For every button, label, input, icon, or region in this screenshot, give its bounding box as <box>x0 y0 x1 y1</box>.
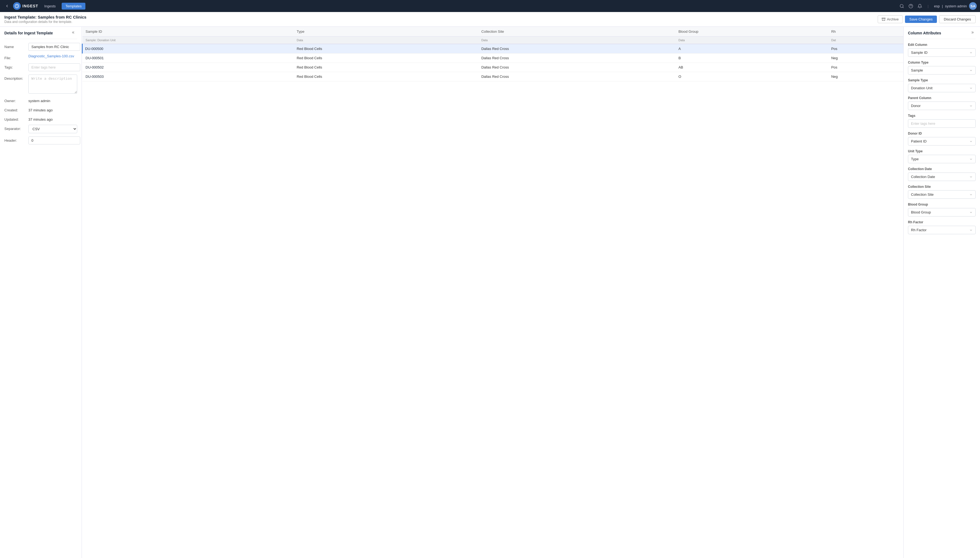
nav-ingests-button[interactable]: Ingests <box>40 3 59 10</box>
attr-label-collection-site: Collection Site <box>908 185 976 189</box>
file-label: File: <box>4 54 26 60</box>
right-panel: Column Attributes Edit ColumnSample IDCo… <box>904 27 980 558</box>
attr-select-collection-date[interactable]: Collection Date <box>908 172 976 181</box>
attr-section-donor-id: Donor IDPatient ID <box>908 131 976 146</box>
col-header-collection-site[interactable]: Collection Site <box>478 27 675 36</box>
attr-select-edit-column[interactable]: Sample ID <box>908 48 976 57</box>
attr-section-tags: Tags <box>908 114 976 128</box>
attr-select-unit-type[interactable]: Type <box>908 155 976 163</box>
cell-type: Red Blood Cells <box>293 63 478 72</box>
help-icon[interactable] <box>908 4 913 8</box>
attr-input-tags[interactable] <box>908 119 976 128</box>
attr-section-parent-column: Parent ColumnDonor <box>908 96 976 110</box>
tags-input[interactable] <box>28 63 80 71</box>
right-panel-title: Column Attributes <box>908 31 941 35</box>
cell-type: Red Blood Cells <box>293 54 478 63</box>
name-field-row: Name <box>4 43 77 51</box>
header-label: Header: <box>4 136 26 143</box>
col-header-blood-group[interactable]: Blood Group <box>675 27 828 36</box>
attr-select-sample-type[interactable]: Donation Unit <box>908 84 976 92</box>
app-title: INGEST <box>22 4 38 8</box>
left-panel-title: Details for Ingest Template <box>4 31 53 35</box>
table-row[interactable]: DU-000500 Red Blood Cells Dallas Red Cro… <box>82 44 904 54</box>
created-label: Created: <box>4 106 26 112</box>
separator-field-row: Separator: CSV TSV Pipe <box>4 125 77 133</box>
file-link[interactable]: Diagnostic_Samples-100.csv <box>28 54 74 58</box>
attr-select-blood-group[interactable]: Blood Group <box>908 208 976 217</box>
nav-icons: | esp | system admin SA <box>900 2 977 10</box>
search-icon[interactable] <box>900 4 904 8</box>
app-logo: INGEST <box>13 2 38 10</box>
save-changes-button[interactable]: Save Changes <box>905 16 937 23</box>
cell-type: Red Blood Cells <box>293 72 478 81</box>
table-row[interactable]: DU-000503 Red Blood Cells Dallas Red Cro… <box>82 72 904 81</box>
attr-section-collection-date: Collection DateCollection Date <box>908 167 976 181</box>
owner-field-row: Owner: system admin <box>4 97 77 103</box>
cell-blood-group: AB <box>675 63 828 72</box>
attr-select-rh-factor[interactable]: Rh Factor <box>908 226 976 234</box>
svg-point-1 <box>900 4 903 7</box>
cell-rh: Pos <box>828 44 903 54</box>
page-title: Ingest Template: Samples from RC Clinics <box>4 15 87 20</box>
user-name: system admin <box>945 4 967 8</box>
logo-icon <box>13 2 21 10</box>
updated-field-row: Updated: 37 minutes ago <box>4 115 77 121</box>
attr-select-parent-column[interactable]: Donor <box>908 102 976 110</box>
nav-divider: | <box>928 4 928 8</box>
col-sub-type: Data <box>293 36 478 44</box>
nav-templates-button[interactable]: Templates <box>62 3 85 10</box>
main-layout: Details for Ingest Template Name File: D… <box>0 27 980 558</box>
created-value: 37 minutes ago <box>28 106 77 112</box>
cell-sample-id: DU-000500 <box>82 44 294 54</box>
archive-button[interactable]: Archive <box>878 15 903 23</box>
separator-label: Separator: <box>4 125 26 131</box>
name-input[interactable] <box>28 43 80 51</box>
attr-label-column-type: Column Type <box>908 61 976 64</box>
attr-section-blood-group: Blood GroupBlood Group <box>908 203 976 217</box>
page-header-left: Ingest Template: Samples from RC Clinics… <box>4 15 87 24</box>
cell-blood-group: B <box>675 54 828 63</box>
updated-value: 37 minutes ago <box>28 115 77 121</box>
avatar: SA <box>969 2 977 10</box>
header-input[interactable] <box>28 136 80 144</box>
col-sub-sample-id: Sample: Donation Unit <box>82 36 294 44</box>
updated-label: Updated: <box>4 115 26 121</box>
cell-rh: Neg <box>828 72 903 81</box>
col-header-type[interactable]: Type <box>293 27 478 36</box>
tags-label: Tags: <box>4 63 26 69</box>
cell-type: Red Blood Cells <box>293 44 478 54</box>
attr-section-edit-column: Edit ColumnSample ID <box>908 43 976 57</box>
file-field-row: File: Diagnostic_Samples-100.csv <box>4 54 77 60</box>
cell-rh: Neg <box>828 54 903 63</box>
user-separator: | <box>942 4 942 8</box>
cell-collection-site: Dallas Red Cross <box>478 63 675 72</box>
cell-sample-id: DU-000502 <box>82 63 294 72</box>
col-sub-collection-site: Data <box>478 36 675 44</box>
attr-select-collection-site[interactable]: Collection Site <box>908 190 976 199</box>
attr-label-unit-type: Unit Type <box>908 149 976 153</box>
cell-collection-site: Dallas Red Cross <box>478 72 675 81</box>
notifications-icon[interactable] <box>918 4 922 8</box>
col-header-rh[interactable]: Rh <box>828 27 903 36</box>
discard-changes-button[interactable]: Discard Changes <box>939 15 976 23</box>
user-label: esp <box>934 4 940 8</box>
attr-section-column-type: Column TypeSample <box>908 61 976 74</box>
created-field-row: Created: 37 minutes ago <box>4 106 77 112</box>
attr-section-unit-type: Unit TypeType <box>908 149 976 163</box>
page-header-actions: Archive Save Changes Discard Changes <box>878 15 976 23</box>
table-row[interactable]: DU-000501 Red Blood Cells Dallas Red Cro… <box>82 54 904 63</box>
user-info: esp | system admin SA <box>934 2 977 10</box>
back-button[interactable] <box>3 2 11 10</box>
owner-value: system admin <box>28 97 77 103</box>
description-textarea[interactable] <box>28 74 77 94</box>
table-row[interactable]: DU-000502 Red Blood Cells Dallas Red Cro… <box>82 63 904 72</box>
attr-select-donor-id[interactable]: Patient ID <box>908 137 976 146</box>
left-panel: Details for Ingest Template Name File: D… <box>0 27 82 558</box>
owner-label: Owner: <box>4 97 26 103</box>
collapse-panel-button[interactable] <box>70 30 77 36</box>
col-header-sample-id[interactable]: Sample ID <box>82 27 294 36</box>
separator-select[interactable]: CSV TSV Pipe <box>28 125 77 133</box>
attr-select-column-type[interactable]: Sample <box>908 66 976 74</box>
data-table: Sample ID Type Collection Site Blood Gro… <box>82 27 903 81</box>
expand-panel-button[interactable] <box>969 30 976 36</box>
